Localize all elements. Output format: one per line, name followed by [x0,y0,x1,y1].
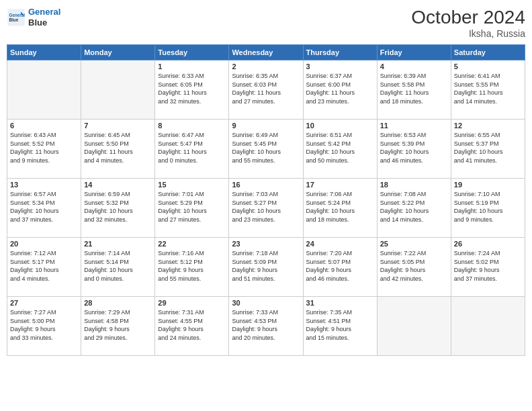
day-info: Sunrise: 7:29 AMSunset: 4:58 PMDaylight:… [84,308,152,342]
day-info: Sunrise: 6:43 AMSunset: 5:52 PMDaylight:… [10,131,78,165]
day-cell [7,60,81,120]
day-cell: 7Sunrise: 6:45 AMSunset: 5:50 PMDaylight… [81,120,155,179]
header-friday: Friday [377,45,451,60]
day-number: 9 [232,122,300,130]
day-cell: 19Sunrise: 7:10 AMSunset: 5:19 PMDayligh… [451,179,525,238]
day-cell: 21Sunrise: 7:14 AMSunset: 5:14 PMDayligh… [81,238,155,297]
day-cell: 30Sunrise: 7:33 AMSunset: 4:53 PMDayligh… [229,297,303,356]
location: Iksha, Russia [411,28,525,39]
day-cell: 14Sunrise: 6:59 AMSunset: 5:32 PMDayligh… [81,179,155,238]
day-cell: 11Sunrise: 6:53 AMSunset: 5:39 PMDayligh… [377,120,451,179]
day-number: 28 [84,299,152,307]
day-info: Sunrise: 6:51 AMSunset: 5:42 PMDaylight:… [306,131,374,165]
day-cell: 1Sunrise: 6:33 AMSunset: 6:05 PMDaylight… [155,60,229,120]
day-info: Sunrise: 6:59 AMSunset: 5:32 PMDaylight:… [84,190,152,224]
day-cell: 10Sunrise: 6:51 AMSunset: 5:42 PMDayligh… [303,120,377,179]
header: General Blue GeneralBlue October 2024 Ik… [7,7,525,39]
day-cell: 26Sunrise: 7:24 AMSunset: 5:02 PMDayligh… [451,238,525,297]
day-info: Sunrise: 7:03 AMSunset: 5:27 PMDaylight:… [232,190,300,224]
day-cell: 23Sunrise: 7:18 AMSunset: 5:09 PMDayligh… [229,238,303,297]
logo-icon: General Blue [7,8,26,27]
day-info: Sunrise: 7:06 AMSunset: 5:24 PMDaylight:… [306,190,374,224]
header-monday: Monday [81,45,155,60]
day-info: Sunrise: 7:35 AMSunset: 4:51 PMDaylight:… [306,308,374,342]
day-number: 30 [232,299,300,307]
header-tuesday: Tuesday [155,45,229,60]
day-info: Sunrise: 6:49 AMSunset: 5:45 PMDaylight:… [232,131,300,165]
day-info: Sunrise: 7:33 AMSunset: 4:53 PMDaylight:… [232,308,300,342]
day-info: Sunrise: 6:37 AMSunset: 6:00 PMDaylight:… [306,72,374,105]
day-number: 19 [454,181,522,189]
header-wednesday: Wednesday [229,45,303,60]
day-number: 10 [306,122,374,130]
day-cell: 20Sunrise: 7:12 AMSunset: 5:17 PMDayligh… [7,238,81,297]
calendar: Sunday Monday Tuesday Wednesday Thursday… [7,44,525,356]
day-number: 11 [380,122,448,130]
day-number: 12 [454,122,522,130]
day-number: 31 [306,299,374,307]
day-number: 21 [84,240,152,248]
logo-text: GeneralBlue [28,7,60,28]
day-info: Sunrise: 7:24 AMSunset: 5:02 PMDaylight:… [454,249,522,283]
day-number: 2 [232,62,300,71]
header-thursday: Thursday [303,45,377,60]
day-number: 27 [10,299,78,307]
day-number: 25 [380,240,448,248]
day-cell: 16Sunrise: 7:03 AMSunset: 5:27 PMDayligh… [229,179,303,238]
day-number: 7 [84,122,152,130]
day-number: 15 [158,181,226,189]
day-cell [81,60,155,120]
day-info: Sunrise: 6:55 AMSunset: 5:37 PMDaylight:… [454,131,522,165]
day-number: 16 [232,181,300,189]
day-info: Sunrise: 6:47 AMSunset: 5:47 PMDaylight:… [158,131,226,165]
day-number: 22 [158,240,226,248]
day-number: 17 [306,181,374,189]
day-info: Sunrise: 7:22 AMSunset: 5:05 PMDaylight:… [380,249,448,283]
day-cell: 5Sunrise: 6:41 AMSunset: 5:55 PMDaylight… [451,60,525,120]
day-number: 3 [306,62,374,71]
day-cell: 24Sunrise: 7:20 AMSunset: 5:07 PMDayligh… [303,238,377,297]
day-number: 14 [84,181,152,189]
week-row-1: 1Sunrise: 6:33 AMSunset: 6:05 PMDaylight… [7,60,525,120]
day-number: 29 [158,299,226,307]
day-cell: 12Sunrise: 6:55 AMSunset: 5:37 PMDayligh… [451,120,525,179]
day-cell [377,297,451,356]
logo: General Blue GeneralBlue [7,7,60,28]
day-cell: 28Sunrise: 7:29 AMSunset: 4:58 PMDayligh… [81,297,155,356]
day-info: Sunrise: 7:20 AMSunset: 5:07 PMDaylight:… [306,249,374,283]
day-cell: 22Sunrise: 7:16 AMSunset: 5:12 PMDayligh… [155,238,229,297]
week-row-4: 20Sunrise: 7:12 AMSunset: 5:17 PMDayligh… [7,238,525,297]
day-cell: 18Sunrise: 7:08 AMSunset: 5:22 PMDayligh… [377,179,451,238]
day-cell: 6Sunrise: 6:43 AMSunset: 5:52 PMDaylight… [7,120,81,179]
page: General Blue GeneralBlue October 2024 Ik… [0,0,532,411]
header-saturday: Saturday [451,45,525,60]
week-row-5: 27Sunrise: 7:27 AMSunset: 5:00 PMDayligh… [7,297,525,356]
day-cell [451,297,525,356]
day-info: Sunrise: 6:41 AMSunset: 5:55 PMDaylight:… [454,72,522,105]
day-info: Sunrise: 6:45 AMSunset: 5:50 PMDaylight:… [84,131,152,165]
day-cell: 17Sunrise: 7:06 AMSunset: 5:24 PMDayligh… [303,179,377,238]
header-sunday: Sunday [7,45,81,60]
day-info: Sunrise: 7:10 AMSunset: 5:19 PMDaylight:… [454,190,522,224]
day-cell: 4Sunrise: 6:39 AMSunset: 5:58 PMDaylight… [377,60,451,120]
day-number: 18 [380,181,448,189]
day-number: 5 [454,62,522,71]
day-cell: 9Sunrise: 6:49 AMSunset: 5:45 PMDaylight… [229,120,303,179]
day-number: 4 [380,62,448,71]
day-cell: 25Sunrise: 7:22 AMSunset: 5:05 PMDayligh… [377,238,451,297]
title-block: October 2024 Iksha, Russia [411,7,525,39]
day-number: 1 [158,62,226,71]
day-cell: 15Sunrise: 7:01 AMSunset: 5:29 PMDayligh… [155,179,229,238]
day-info: Sunrise: 7:27 AMSunset: 5:00 PMDaylight:… [10,308,78,342]
day-number: 20 [10,240,78,248]
month-title: October 2024 [411,7,525,28]
day-info: Sunrise: 7:16 AMSunset: 5:12 PMDaylight:… [158,249,226,283]
day-info: Sunrise: 6:35 AMSunset: 6:03 PMDaylight:… [232,72,300,105]
day-number: 24 [306,240,374,248]
day-info: Sunrise: 7:18 AMSunset: 5:09 PMDaylight:… [232,249,300,283]
week-row-2: 6Sunrise: 6:43 AMSunset: 5:52 PMDaylight… [7,120,525,179]
day-info: Sunrise: 6:33 AMSunset: 6:05 PMDaylight:… [158,72,226,105]
day-number: 26 [454,240,522,248]
day-number: 8 [158,122,226,130]
svg-text:Blue: Blue [9,17,19,21]
